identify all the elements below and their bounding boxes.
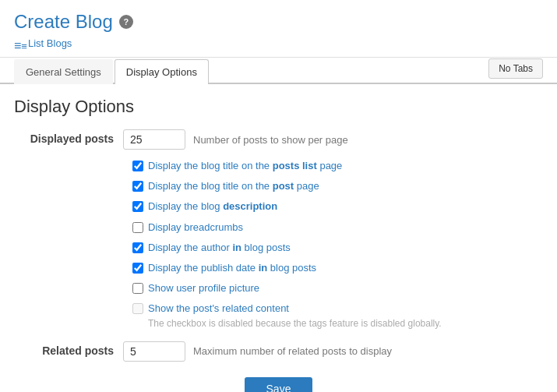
related-posts-row: Related posts Maximum number of related … (14, 341, 543, 362)
checkbox-related-content[interactable] (132, 303, 143, 314)
list-icon: ≡ (14, 39, 25, 48)
checkbox-label-1[interactable]: Display the blog title on the posts list… (148, 159, 342, 173)
save-button[interactable]: Save (245, 377, 313, 393)
list-blogs-link[interactable]: ≡ List Blogs (14, 33, 543, 52)
tab-general-settings[interactable]: General Settings (14, 59, 113, 84)
displayed-posts-hint: Number of posts to show per page (193, 134, 348, 146)
checkbox-row-1: Display the blog title on the posts list… (132, 159, 543, 173)
displayed-posts-input[interactable] (123, 129, 185, 150)
checkbox-label-3[interactable]: Display the blog description (148, 200, 277, 214)
checkboxes-section: Display the blog title on the posts list… (123, 159, 543, 329)
tab-display-options[interactable]: Display Options (115, 59, 209, 84)
section-title: Display Options (14, 97, 543, 117)
checkbox-row-2: Display the blog title on the post page (132, 179, 543, 193)
checkbox-label-2[interactable]: Display the blog title on the post page (148, 179, 319, 193)
tab-general-settings-label: General Settings (26, 66, 101, 78)
tabs-bar: General Settings Display Options No Tabs (0, 58, 557, 84)
disabled-note: The checkbox is disabled because the tag… (132, 318, 543, 329)
list-blogs-label: List Blogs (28, 37, 72, 49)
checkbox-breadcrumbs[interactable] (132, 222, 143, 233)
checkbox-related-content-wrapper: Show the post's related content The chec… (132, 302, 543, 328)
checkbox-label-5[interactable]: Display the author in blog posts (148, 241, 291, 255)
related-posts-label: Related posts (14, 341, 123, 357)
page-header: Create Blog ? ≡ List Blogs General Setti… (0, 0, 557, 84)
related-posts-hint: Maximum number of related posts to displ… (193, 345, 392, 357)
page-title: Create Blog ? (14, 11, 543, 33)
displayed-posts-control: Number of posts to show per page (123, 129, 348, 150)
checkbox-label-7[interactable]: Show user profile picture (148, 281, 259, 295)
displayed-posts-label: Displayed posts (14, 129, 123, 145)
checkbox-publish-date[interactable] (132, 263, 143, 274)
no-tabs-button[interactable]: No Tabs (488, 58, 543, 79)
checkbox-label-6[interactable]: Display the publish date in blog posts (148, 261, 316, 275)
displayed-posts-row: Displayed posts Number of posts to show … (14, 129, 543, 150)
checkbox-label-8: Show the post's related content (148, 302, 289, 316)
checkbox-row-8: Show the post's related content (132, 302, 543, 316)
checkbox-blog-title-post[interactable] (132, 181, 143, 192)
checkbox-row-3: Display the blog description (132, 200, 543, 214)
content-area: Display Options Displayed posts Number o… (0, 84, 557, 392)
checkbox-label-4[interactable]: Display breadcrumbs (148, 221, 243, 235)
save-row: Save (14, 377, 543, 393)
checkbox-row-5: Display the author in blog posts (132, 241, 543, 255)
tab-display-options-label: Display Options (126, 66, 197, 78)
help-icon[interactable]: ? (119, 15, 133, 29)
related-posts-input[interactable] (123, 341, 185, 362)
checkboxes-col: Display the blog title on the posts list… (132, 159, 543, 329)
checkbox-row-6: Display the publish date in blog posts (132, 261, 543, 275)
checkbox-author[interactable] (132, 242, 143, 253)
checkbox-row-7: Show user profile picture (132, 281, 543, 295)
related-posts-control: Maximum number of related posts to displ… (123, 341, 392, 362)
checkbox-blog-description[interactable] (132, 201, 143, 212)
page-title-text: Create Blog (14, 11, 113, 33)
checkbox-blog-title-list[interactable] (132, 161, 143, 171)
checkbox-row-4: Display breadcrumbs (132, 221, 543, 235)
checkbox-user-profile[interactable] (132, 283, 143, 294)
